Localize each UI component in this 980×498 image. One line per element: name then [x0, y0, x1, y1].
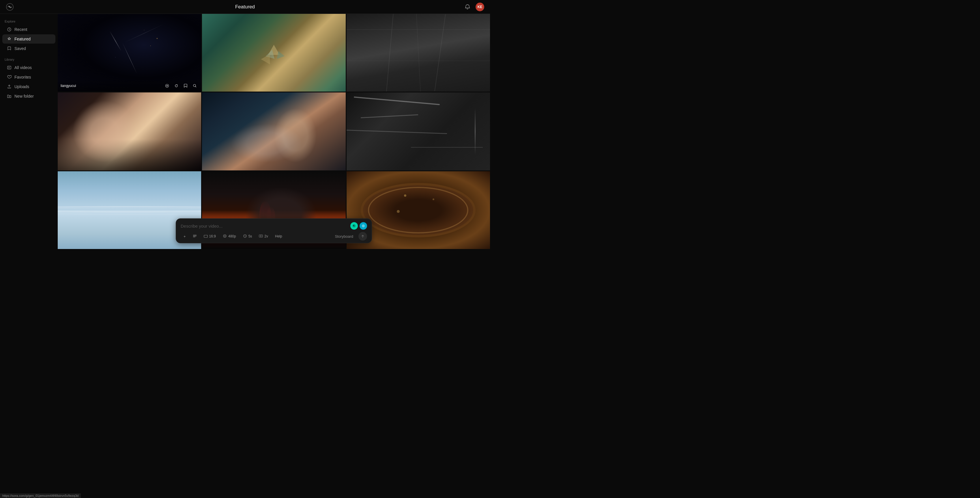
svg-rect-12 [204, 235, 207, 238]
explore-label: Explore [0, 20, 58, 23]
video-author-rings: ringworld [60, 243, 75, 247]
toolbar-controls-row: + [181, 232, 367, 241]
aspect-ratio-label: 16:9 [209, 234, 216, 238]
avatar[interactable]: KE [476, 3, 484, 11]
sidebar: Explore Recent Featured [0, 14, 58, 249]
svg-point-1 [9, 6, 10, 8]
svg-rect-17 [261, 235, 262, 237]
list-icon [193, 234, 197, 239]
resolution-button[interactable]: 480p [220, 233, 239, 240]
page-title: Featured [235, 4, 255, 10]
video-author-architecture: arch_viz [350, 85, 363, 89]
sidebar-item-recent[interactable]: Recent [2, 25, 56, 34]
video-author-smoke-girl: smoke_art [205, 164, 221, 168]
featured-icon [7, 37, 11, 41]
video-cell-architecture[interactable]: arch_viz [347, 14, 490, 92]
header: Featured KE [0, 0, 490, 14]
video-grid: ✦ ● ● liangyucui [58, 14, 490, 249]
sidebar-item-recent-label: Recent [14, 27, 27, 32]
frames-button[interactable]: 2v [256, 233, 271, 240]
svg-rect-9 [193, 235, 197, 235]
sidebar-item-uploads[interactable]: Uploads [2, 82, 56, 91]
logo[interactable] [6, 3, 14, 11]
sidebar-item-uploads-label: Uploads [14, 85, 29, 89]
sidebar-item-new-folder[interactable]: New folder [2, 92, 56, 101]
sidebar-item-saved[interactable]: Saved [2, 44, 56, 53]
refresh-icon[interactable] [173, 82, 180, 89]
toolbar-icons-right [350, 222, 367, 230]
video-overlay-space: liangyucui [58, 80, 201, 92]
sidebar-item-all-videos-label: All videos [14, 65, 32, 70]
notification-button[interactable] [463, 2, 472, 11]
svg-rect-16 [259, 235, 261, 237]
saved-icon [7, 46, 11, 51]
toolbar-left-controls: + [181, 233, 285, 240]
sidebar-item-favorites[interactable]: Favorites [2, 72, 56, 82]
svg-point-14 [224, 235, 225, 236]
video-author-sculpture: sculptor3d [60, 164, 76, 168]
add-button[interactable]: + [181, 233, 189, 240]
svg-point-8 [363, 226, 364, 227]
sidebar-item-featured[interactable]: Featured [2, 34, 56, 44]
frames-label: 2v [264, 234, 268, 238]
video-author-fire: fire_viz [205, 243, 216, 247]
sidebar-item-featured-label: Featured [14, 37, 30, 41]
frames-icon [259, 234, 263, 239]
sidebar-item-new-folder-label: New folder [14, 94, 34, 99]
resolution-icon [223, 234, 227, 239]
all-videos-icon [7, 65, 11, 70]
bottom-toolbar: + [176, 219, 372, 243]
video-author-origami: origami_art [205, 85, 222, 89]
sidebar-item-saved-label: Saved [14, 46, 26, 51]
duration-icon [243, 234, 247, 239]
duration-label: 5s [248, 234, 252, 238]
help-button[interactable]: Help [272, 233, 285, 240]
library-label: Library [0, 58, 58, 61]
toolbar-right-controls: Storyboard [332, 232, 367, 241]
sidebar-item-all-videos[interactable]: All videos [2, 63, 56, 72]
watch-icon[interactable] [164, 82, 170, 89]
video-cell-space[interactable]: ✦ ● ● liangyucui [58, 14, 201, 92]
aspect-icon [204, 234, 208, 239]
sidebar-item-favorites-label: Favorites [14, 75, 31, 80]
video-author-bw-abstract: abstract_bw [350, 164, 368, 168]
content-area: ✦ ● ● liangyucui [58, 14, 490, 249]
duration-button[interactable]: 5s [240, 233, 255, 240]
video-cell-bw-abstract[interactable]: abstract_bw [347, 93, 490, 170]
recent-icon [7, 27, 11, 32]
aspect-ratio-button[interactable]: 16:9 [201, 233, 219, 240]
help-label: Help [275, 234, 282, 238]
video-cell-sculpture[interactable]: sculptor3d [58, 93, 201, 170]
favorites-icon [7, 75, 11, 80]
video-description-input[interactable] [181, 223, 350, 228]
explore-section: Explore Recent Featured [0, 20, 58, 53]
library-section: Library All videos Favorites [0, 58, 58, 101]
sora-icon-teal [360, 222, 367, 230]
text-list-button[interactable] [190, 233, 200, 240]
video-cell-origami[interactable]: origami_art [202, 14, 345, 92]
video-cell-smoke-girl[interactable]: smoke_art [202, 93, 345, 170]
uploads-icon [7, 85, 11, 89]
svg-rect-10 [193, 236, 197, 236]
search-icon[interactable] [191, 82, 198, 89]
video-actions-space [164, 82, 198, 89]
svg-rect-3 [8, 66, 11, 69]
sora-icon-green [350, 222, 358, 230]
svg-point-13 [223, 235, 226, 238]
video-author-space: liangyucui [60, 84, 76, 88]
main-layout: Explore Recent Featured [0, 14, 490, 249]
submit-button[interactable] [358, 232, 367, 241]
new-folder-icon [7, 94, 11, 99]
svg-point-5 [167, 85, 168, 86]
header-right: KE [463, 2, 484, 11]
resolution-label: 480p [228, 234, 236, 238]
video-author-coffee: coffee_art [350, 243, 365, 247]
bookmark-icon[interactable] [182, 82, 189, 89]
plus-icon: + [183, 234, 186, 239]
storyboard-button[interactable]: Storyboard [332, 233, 356, 240]
svg-rect-11 [193, 236, 196, 237]
toolbar-input-row [181, 222, 367, 230]
